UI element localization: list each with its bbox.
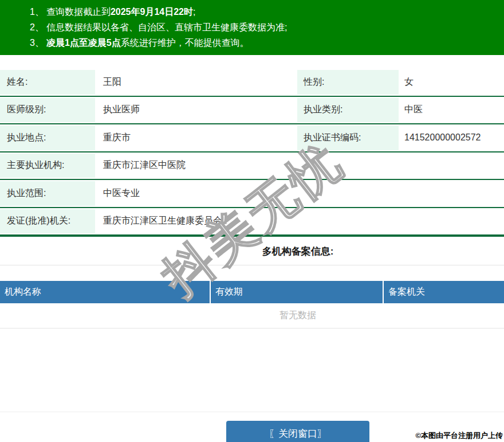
no-data-text: 暂无数据	[279, 310, 316, 322]
column-header-valid-date: 有效期	[211, 281, 384, 303]
notice-line-1: 1、查询数据截止到2025年9月14日22时;	[30, 4, 504, 19]
location-label: 执业地点:	[0, 126, 95, 150]
table-row-level-category: 医师级别: 执业医师 执业类别: 中医	[0, 97, 504, 125]
filing-table-header: 机构名称 有效期 备案机关	[0, 281, 504, 303]
multi-org-filing-title: 多机构备案信息:	[0, 245, 504, 258]
notice-text: 信息数据结果以各省、自治区、直辖市卫生健康委数据为准;	[46, 22, 287, 32]
issuer-label: 发证(批准)机关:	[0, 209, 95, 233]
issuer-value: 重庆市江津区卫生健康委员会	[95, 208, 504, 234]
gender-value: 女	[399, 69, 504, 96]
notice-text: 查询数据截止到	[46, 7, 111, 17]
level-value: 执业医师	[95, 97, 297, 124]
gender-label: 性别:	[297, 70, 399, 95]
level-label: 医师级别:	[0, 98, 95, 123]
notice-text: ;	[193, 7, 195, 17]
column-header-authority: 备案机关	[384, 281, 504, 303]
scope-value: 中医专业	[95, 180, 504, 207]
category-value: 中医	[399, 97, 504, 124]
main-org-label: 主要执业机构:	[0, 154, 95, 178]
notice-line-2: 2、信息数据结果以各省、自治区、直辖市卫生健康委数据为准;	[30, 19, 504, 35]
table-row-main-org: 主要执业机构: 重庆市江津区中医院	[0, 152, 504, 181]
scope-label: 执业范围:	[0, 181, 95, 206]
notice-number: 3、	[30, 38, 44, 48]
notice-line-3: 3、凌晨1点至凌晨5点系统进行维护，不能提供查询。	[30, 35, 504, 50]
notice-text: 系统进行维护，不能提供查询。	[121, 38, 249, 48]
close-window-button[interactable]: 〖关闭窗口〗	[226, 421, 369, 442]
uploader-stamp-text: ©本图由平台注册用户上传	[415, 431, 503, 441]
notice-banner: 1、查询数据截止到2025年9月14日22时; 2、信息数据结果以各省、自治区、…	[0, 0, 504, 55]
divider-line	[0, 265, 504, 265]
notice-text-bold: 2025年9月14日22时	[111, 7, 193, 17]
table-row-location-certno: 执业地点: 重庆市 执业证书编码: 141520000002572	[0, 124, 504, 152]
filing-table-empty-row: 暂无数据	[0, 303, 504, 328]
notice-number: 1、	[30, 7, 44, 17]
table-row-scope: 执业范围: 中医专业	[0, 180, 504, 208]
name-value: 王阳	[95, 69, 297, 96]
cert-no-label: 执业证书编码:	[297, 126, 399, 150]
main-org-value: 重庆市江津区中医院	[95, 152, 504, 179]
cert-no-value: 141520000002572	[399, 124, 504, 151]
column-header-org-name: 机构名称	[0, 281, 211, 303]
physician-info-table: 姓名: 王阳 性别: 女 医师级别: 执业医师 执业类别: 中医 执业地点: 重…	[0, 69, 504, 237]
category-label: 执业类别:	[297, 98, 399, 123]
physician-query-result-page: 1、查询数据截止到2025年9月14日22时; 2、信息数据结果以各省、自治区、…	[0, 0, 504, 442]
notice-number: 2、	[30, 22, 44, 32]
divider-line	[0, 412, 504, 412]
location-value: 重庆市	[95, 124, 297, 151]
name-label: 姓名:	[0, 70, 95, 95]
notice-text-bold: 凌晨1点至凌晨5点	[46, 38, 121, 48]
table-row-name-gender: 姓名: 王阳 性别: 女	[0, 69, 504, 97]
table-row-issuer: 发证(批准)机关: 重庆市江津区卫生健康委员会	[0, 208, 504, 237]
